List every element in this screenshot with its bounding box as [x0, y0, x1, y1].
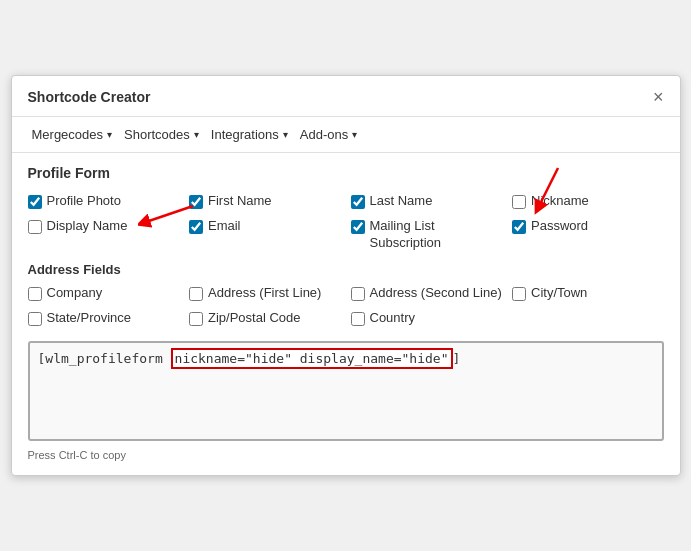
checkbox-nickname[interactable] [512, 195, 526, 209]
label-nickname: Nickname [531, 193, 589, 210]
field-item-state: State/Province [28, 310, 180, 327]
shortcode-display: [wlm_profileform nickname="hide" display… [30, 343, 662, 374]
label-first_name: First Name [208, 193, 272, 210]
dialog-body: Profile Form [12, 153, 680, 474]
integrations-button[interactable]: Integrations ▾ [207, 125, 292, 144]
section-title: Profile Form [28, 165, 664, 181]
field-item-city: City/Town [512, 285, 664, 302]
addons-chevron: ▾ [352, 129, 357, 140]
shortcodes-chevron: ▾ [194, 129, 199, 140]
profile-fields-grid: Profile PhotoFirst NameLast NameNickname… [28, 193, 664, 252]
label-zip: Zip/Postal Code [208, 310, 301, 327]
checkbox-zip[interactable] [189, 312, 203, 326]
field-item-last_name: Last Name [351, 193, 503, 210]
checkbox-display_name[interactable] [28, 220, 42, 234]
checkbox-profile_photo[interactable] [28, 195, 42, 209]
label-company: Company [47, 285, 103, 302]
shortcode-params: nickname="hide" display_name="hide" [171, 348, 453, 369]
field-item-address2: Address (Second Line) [351, 285, 503, 302]
label-last_name: Last Name [370, 193, 433, 210]
shortcode-prefix: [wlm_profileform [38, 351, 171, 366]
mergecodes-chevron: ▾ [107, 129, 112, 140]
address-fields-grid: CompanyAddress (First Line)Address (Seco… [28, 285, 664, 327]
dialog-header: Shortcode Creator × [12, 76, 680, 117]
checkbox-city[interactable] [512, 287, 526, 301]
label-mailing_list: Mailing List Subscription [370, 218, 503, 252]
checkbox-password[interactable] [512, 220, 526, 234]
toolbar: Mergecodes ▾ Shortcodes ▾ Integrations ▾… [12, 117, 680, 153]
field-item-profile_photo: Profile Photo [28, 193, 180, 210]
field-item-email: Email [189, 218, 341, 252]
shortcodes-label: Shortcodes [124, 127, 190, 142]
field-item-nickname: Nickname [512, 193, 664, 210]
shortcode-suffix: ] [453, 351, 461, 366]
checkbox-last_name[interactable] [351, 195, 365, 209]
field-item-first_name: First Name [189, 193, 341, 210]
addons-button[interactable]: Add-ons ▾ [296, 125, 361, 144]
checkbox-address2[interactable] [351, 287, 365, 301]
shortcodes-button[interactable]: Shortcodes ▾ [120, 125, 203, 144]
profile-fields-container: Profile PhotoFirst NameLast NameNickname… [28, 193, 664, 252]
integrations-label: Integrations [211, 127, 279, 142]
label-profile_photo: Profile Photo [47, 193, 121, 210]
checkbox-state[interactable] [28, 312, 42, 326]
field-item-mailing_list: Mailing List Subscription [351, 218, 503, 252]
checkbox-email[interactable] [189, 220, 203, 234]
checkbox-address1[interactable] [189, 287, 203, 301]
field-item-password: Password [512, 218, 664, 252]
mergecodes-label: Mergecodes [32, 127, 104, 142]
mergecodes-button[interactable]: Mergecodes ▾ [28, 125, 117, 144]
label-address1: Address (First Line) [208, 285, 321, 302]
label-email: Email [208, 218, 241, 235]
checkbox-company[interactable] [28, 287, 42, 301]
field-item-address1: Address (First Line) [189, 285, 341, 302]
field-item-display_name: Display Name [28, 218, 180, 252]
field-item-company: Company [28, 285, 180, 302]
label-address2: Address (Second Line) [370, 285, 502, 302]
addons-label: Add-ons [300, 127, 348, 142]
checkbox-country[interactable] [351, 312, 365, 326]
checkbox-first_name[interactable] [189, 195, 203, 209]
label-display_name: Display Name [47, 218, 128, 235]
integrations-chevron: ▾ [283, 129, 288, 140]
close-button[interactable]: × [653, 88, 664, 106]
field-item-zip: Zip/Postal Code [189, 310, 341, 327]
label-state: State/Province [47, 310, 132, 327]
field-item-country: Country [351, 310, 503, 327]
label-city: City/Town [531, 285, 587, 302]
output-area: [wlm_profileform nickname="hide" display… [28, 341, 664, 441]
label-password: Password [531, 218, 588, 235]
label-country: Country [370, 310, 416, 327]
checkbox-mailing_list[interactable] [351, 220, 365, 234]
dialog-title: Shortcode Creator [28, 89, 151, 105]
address-section-title: Address Fields [28, 262, 664, 277]
shortcode-creator-dialog: Shortcode Creator × Mergecodes ▾ Shortco… [11, 75, 681, 475]
copy-hint: Press Ctrl-C to copy [28, 447, 664, 463]
